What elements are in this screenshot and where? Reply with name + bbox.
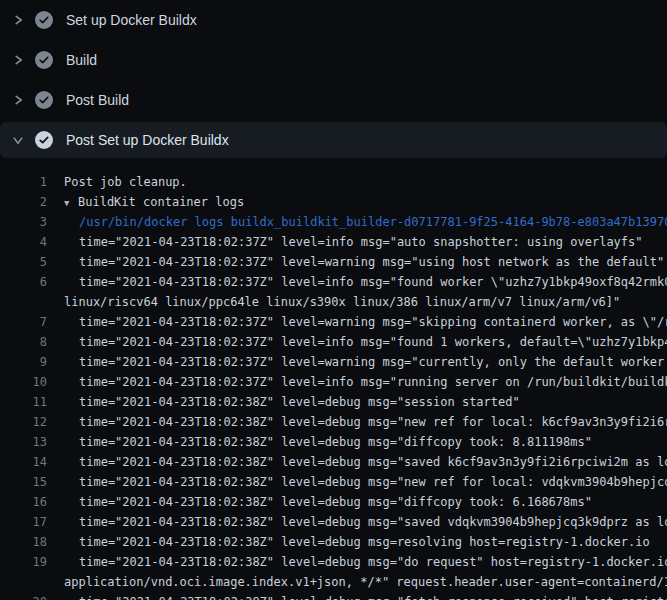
line-number[interactable]: 7	[0, 312, 47, 332]
line-text: time="2021-04-23T18:02:37Z" level=info m…	[64, 232, 643, 252]
check-circle-icon	[35, 131, 53, 149]
log-lines: 1 Post job cleanup. 2 ▼ BuildKit contain…	[0, 162, 667, 600]
step-title: Build	[66, 52, 97, 68]
line-number[interactable]: 1	[0, 172, 47, 192]
line-text: time="2021-04-23T18:02:37Z" level=info m…	[64, 272, 667, 292]
line-text: time="2021-04-23T18:02:38Z" level=debug …	[64, 472, 667, 492]
log-line: 8 time="2021-04-23T18:02:37Z" level=info…	[0, 332, 667, 352]
check-circle-icon	[35, 51, 53, 69]
chevron-down-icon	[10, 134, 26, 146]
line-number[interactable]: 10	[0, 372, 47, 392]
log-line: linux/riscv64 linux/ppc64le linux/s390x …	[0, 292, 667, 312]
log-line: 6 time="2021-04-23T18:02:37Z" level=info…	[0, 272, 667, 292]
log-line: 3 /usr/bin/docker logs buildx_buildkit_b…	[0, 212, 667, 232]
line-text: time="2021-04-23T18:02:38Z" level=debug …	[64, 452, 667, 472]
check-circle-icon	[35, 91, 53, 109]
line-text: time="2021-04-23T18:02:38Z" level=debug …	[64, 592, 667, 600]
chevron-right-icon	[10, 94, 26, 106]
line-text: Post job cleanup.	[64, 172, 187, 192]
log-line: 5 time="2021-04-23T18:02:37Z" level=warn…	[0, 252, 667, 272]
line-text: time="2021-04-23T18:02:38Z" level=debug …	[64, 552, 667, 572]
line-number[interactable]: 6	[0, 272, 47, 292]
line-text: linux/riscv64 linux/ppc64le linux/s390x …	[64, 292, 620, 312]
log-line: 15 time="2021-04-23T18:02:38Z" level=deb…	[0, 472, 667, 492]
step-header-build[interactable]: Build	[0, 42, 667, 78]
line-number[interactable]: 2	[0, 192, 47, 212]
step-header-post-set-up-docker-buildx[interactable]: Post Set up Docker Buildx	[0, 122, 667, 158]
line-text: time="2021-04-23T18:02:37Z" level=warnin…	[64, 352, 667, 372]
line-number[interactable]: 11	[0, 392, 47, 412]
log-line: 17 time="2021-04-23T18:02:38Z" level=deb…	[0, 512, 667, 532]
line-text: time="2021-04-23T18:02:38Z" level=debug …	[64, 492, 592, 512]
line-number[interactable]: 17	[0, 512, 47, 532]
line-number[interactable]: 8	[0, 332, 47, 352]
line-text: time="2021-04-23T18:02:38Z" level=debug …	[64, 432, 592, 452]
log-line: 12 time="2021-04-23T18:02:38Z" level=deb…	[0, 412, 667, 432]
line-text: time="2021-04-23T18:02:38Z" level=debug …	[64, 412, 667, 432]
log-line: 20 time="2021-04-23T18:02:38Z" level=deb…	[0, 592, 667, 600]
line-number[interactable]: 9	[0, 352, 47, 372]
line-number[interactable]: 16	[0, 492, 47, 512]
line-number[interactable]: 14	[0, 452, 47, 472]
line-text: time="2021-04-23T18:02:37Z" level=warnin…	[64, 312, 667, 332]
line-text: time="2021-04-23T18:02:37Z" level=info m…	[64, 372, 667, 392]
line-number[interactable]: 13	[0, 432, 47, 452]
line-number[interactable]: 19	[0, 552, 47, 572]
log-line: 11 time="2021-04-23T18:02:38Z" level=deb…	[0, 392, 667, 412]
line-text: /usr/bin/docker logs buildx_buildkit_bui…	[64, 212, 667, 232]
step-title: Post Build	[66, 92, 129, 108]
step-header-set-up-docker-buildx[interactable]: Set up Docker Buildx	[0, 2, 667, 38]
log-line: application/vnd.oci.image.index.v1+json,…	[0, 572, 667, 592]
line-number[interactable]: 12	[0, 412, 47, 432]
line-text: time="2021-04-23T18:02:37Z" level=warnin…	[64, 252, 664, 272]
step-title: Set up Docker Buildx	[66, 12, 197, 28]
log-line: 9 time="2021-04-23T18:02:37Z" level=warn…	[0, 352, 667, 372]
line-text: time="2021-04-23T18:02:38Z" level=debug …	[64, 392, 520, 412]
line-text: time="2021-04-23T18:02:37Z" level=info m…	[64, 332, 667, 352]
log-line: 14 time="2021-04-23T18:02:38Z" level=deb…	[0, 452, 667, 472]
workflow-log-viewer: Set up Docker Buildx Build Post Build	[0, 0, 667, 600]
log-line: 1 Post job cleanup.	[0, 172, 667, 192]
line-number[interactable]: 20	[0, 592, 47, 600]
caret-down-icon[interactable]: ▼	[64, 193, 78, 212]
line-text: time="2021-04-23T18:02:38Z" level=debug …	[64, 532, 650, 552]
line-number[interactable]: 4	[0, 232, 47, 252]
chevron-right-icon	[10, 54, 26, 66]
log-line: 18 time="2021-04-23T18:02:38Z" level=deb…	[0, 532, 667, 552]
log-line: 7 time="2021-04-23T18:02:37Z" level=warn…	[0, 312, 667, 332]
log-line: 2 ▼ BuildKit container logs	[0, 192, 667, 212]
log-line: 16 time="2021-04-23T18:02:38Z" level=deb…	[0, 492, 667, 512]
line-number[interactable]: 18	[0, 532, 47, 552]
log-line: 10 time="2021-04-23T18:02:37Z" level=inf…	[0, 372, 667, 392]
log-line: 19 time="2021-04-23T18:02:38Z" level=deb…	[0, 552, 667, 572]
line-number[interactable]: 3	[0, 212, 47, 232]
log-line: 4 time="2021-04-23T18:02:37Z" level=info…	[0, 232, 667, 252]
line-number[interactable]: 15	[0, 472, 47, 492]
step-list: Set up Docker Buildx Build Post Build	[0, 0, 667, 158]
line-number[interactable]	[0, 292, 47, 312]
log-line: 13 time="2021-04-23T18:02:38Z" level=deb…	[0, 432, 667, 452]
line-text: time="2021-04-23T18:02:38Z" level=debug …	[64, 512, 667, 532]
line-text: application/vnd.oci.image.index.v1+json,…	[64, 572, 667, 592]
step-title: Post Set up Docker Buildx	[66, 132, 229, 148]
check-circle-icon	[35, 11, 53, 29]
line-number[interactable]	[0, 572, 47, 592]
step-header-post-build[interactable]: Post Build	[0, 82, 667, 118]
line-number[interactable]: 5	[0, 252, 47, 272]
chevron-right-icon	[10, 14, 26, 26]
line-text: ▼ BuildKit container logs	[64, 192, 244, 212]
